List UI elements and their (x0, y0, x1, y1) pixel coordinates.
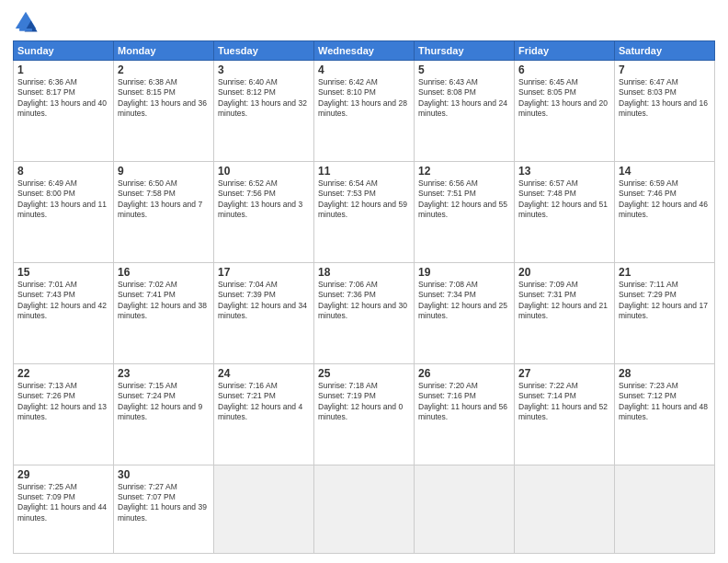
calendar-week-5: 29 Sunrise: 7:25 AMSunset: 7:09 PMDaylig… (14, 465, 715, 554)
header (13, 9, 715, 35)
day-info: Sunrise: 7:09 AMSunset: 7:31 PMDaylight:… (518, 280, 608, 320)
calendar-day-20: 20 Sunrise: 7:09 AMSunset: 7:31 PMDaylig… (515, 262, 615, 363)
day-info: Sunrise: 6:45 AMSunset: 8:05 PMDaylight:… (518, 77, 608, 118)
calendar-empty (214, 465, 314, 554)
calendar-day-26: 26 Sunrise: 7:20 AMSunset: 7:16 PMDaylig… (415, 363, 515, 465)
day-number: 8 (17, 165, 109, 178)
day-info: Sunrise: 6:49 AMSunset: 8:00 PMDaylight:… (17, 178, 107, 219)
calendar-day-19: 19 Sunrise: 7:08 AMSunset: 7:34 PMDaylig… (415, 262, 515, 363)
calendar-day-4: 4 Sunrise: 6:42 AMSunset: 8:10 PMDayligh… (314, 61, 415, 162)
day-info: Sunrise: 7:27 AMSunset: 7:07 PMDaylight:… (118, 482, 207, 523)
day-info: Sunrise: 6:50 AMSunset: 7:58 PMDaylight:… (118, 178, 202, 219)
day-info: Sunrise: 6:38 AMSunset: 8:15 PMDaylight:… (118, 77, 207, 118)
day-info: Sunrise: 6:54 AMSunset: 7:53 PMDaylight:… (318, 178, 407, 219)
calendar-day-27: 27 Sunrise: 7:22 AMSunset: 7:14 PMDaylig… (515, 363, 615, 465)
calendar-day-2: 2 Sunrise: 6:38 AMSunset: 8:15 PMDayligh… (114, 61, 214, 162)
day-number: 21 (619, 266, 711, 279)
day-number: 22 (17, 367, 109, 380)
calendar-header-monday: Monday (114, 41, 214, 61)
calendar-day-21: 21 Sunrise: 7:11 AMSunset: 7:29 PMDaylig… (615, 262, 715, 363)
calendar-day-17: 17 Sunrise: 7:04 AMSunset: 7:39 PMDaylig… (214, 262, 314, 363)
day-number: 12 (418, 165, 510, 178)
day-info: Sunrise: 6:52 AMSunset: 7:56 PMDaylight:… (218, 178, 302, 219)
calendar-day-16: 16 Sunrise: 7:02 AMSunset: 7:41 PMDaylig… (114, 262, 214, 363)
day-number: 1 (17, 63, 109, 76)
day-number: 14 (619, 165, 711, 178)
page: SundayMondayTuesdayWednesdayThursdayFrid… (0, 0, 728, 563)
day-info: Sunrise: 6:56 AMSunset: 7:51 PMDaylight:… (418, 178, 507, 219)
day-number: 29 (17, 468, 109, 481)
calendar-day-3: 3 Sunrise: 6:40 AMSunset: 8:12 PMDayligh… (214, 61, 314, 162)
calendar-day-15: 15 Sunrise: 7:01 AMSunset: 7:43 PMDaylig… (14, 262, 114, 363)
svg-rect-2 (19, 29, 32, 31)
day-number: 6 (518, 63, 610, 76)
calendar-week-1: 1 Sunrise: 6:36 AMSunset: 8:17 PMDayligh… (14, 61, 715, 162)
calendar-header-friday: Friday (515, 41, 615, 61)
calendar-header-tuesday: Tuesday (214, 41, 314, 61)
calendar-day-25: 25 Sunrise: 7:18 AMSunset: 7:19 PMDaylig… (314, 363, 415, 465)
day-number: 28 (619, 367, 711, 380)
day-info: Sunrise: 6:43 AMSunset: 8:08 PMDaylight:… (418, 77, 507, 118)
calendar-day-30: 30 Sunrise: 7:27 AMSunset: 7:07 PMDaylig… (114, 465, 214, 554)
calendar-day-8: 8 Sunrise: 6:49 AMSunset: 8:00 PMDayligh… (14, 161, 114, 262)
calendar-day-7: 7 Sunrise: 6:47 AMSunset: 8:03 PMDayligh… (615, 61, 715, 162)
day-number: 23 (118, 367, 210, 380)
day-info: Sunrise: 6:59 AMSunset: 7:46 PMDaylight:… (619, 178, 708, 219)
day-info: Sunrise: 6:42 AMSunset: 8:10 PMDaylight:… (318, 77, 407, 118)
calendar-empty (515, 465, 615, 554)
calendar-header-wednesday: Wednesday (314, 41, 415, 61)
day-info: Sunrise: 7:18 AMSunset: 7:19 PMDaylight:… (318, 381, 403, 421)
day-number: 4 (318, 63, 410, 76)
calendar-day-11: 11 Sunrise: 6:54 AMSunset: 7:53 PMDaylig… (314, 161, 415, 262)
calendar-week-3: 15 Sunrise: 7:01 AMSunset: 7:43 PMDaylig… (14, 262, 715, 363)
day-info: Sunrise: 7:25 AMSunset: 7:09 PMDaylight:… (17, 482, 107, 523)
calendar-day-29: 29 Sunrise: 7:25 AMSunset: 7:09 PMDaylig… (14, 465, 114, 554)
logo-icon (13, 9, 39, 35)
calendar-day-5: 5 Sunrise: 6:43 AMSunset: 8:08 PMDayligh… (415, 61, 515, 162)
day-number: 24 (218, 367, 310, 380)
day-number: 7 (619, 63, 711, 76)
calendar-header-sunday: Sunday (14, 41, 114, 61)
calendar-week-2: 8 Sunrise: 6:49 AMSunset: 8:00 PMDayligh… (14, 161, 715, 262)
day-number: 15 (17, 266, 109, 279)
day-info: Sunrise: 7:22 AMSunset: 7:14 PMDaylight:… (518, 381, 608, 421)
day-info: Sunrise: 7:04 AMSunset: 7:39 PMDaylight:… (218, 280, 307, 320)
day-number: 27 (518, 367, 610, 380)
day-number: 17 (218, 266, 310, 279)
calendar-day-24: 24 Sunrise: 7:16 AMSunset: 7:21 PMDaylig… (214, 363, 314, 465)
calendar-header-row: SundayMondayTuesdayWednesdayThursdayFrid… (14, 41, 715, 61)
calendar-day-22: 22 Sunrise: 7:13 AMSunset: 7:26 PMDaylig… (14, 363, 114, 465)
day-number: 5 (418, 63, 510, 76)
day-number: 19 (418, 266, 510, 279)
calendar-day-14: 14 Sunrise: 6:59 AMSunset: 7:46 PMDaylig… (615, 161, 715, 262)
day-number: 10 (218, 165, 310, 178)
calendar-day-18: 18 Sunrise: 7:06 AMSunset: 7:36 PMDaylig… (314, 262, 415, 363)
calendar-week-4: 22 Sunrise: 7:13 AMSunset: 7:26 PMDaylig… (14, 363, 715, 465)
day-info: Sunrise: 7:13 AMSunset: 7:26 PMDaylight:… (17, 381, 107, 421)
calendar-day-1: 1 Sunrise: 6:36 AMSunset: 8:17 PMDayligh… (14, 61, 114, 162)
day-info: Sunrise: 6:57 AMSunset: 7:48 PMDaylight:… (518, 178, 608, 219)
calendar-day-10: 10 Sunrise: 6:52 AMSunset: 7:56 PMDaylig… (214, 161, 314, 262)
day-info: Sunrise: 7:16 AMSunset: 7:21 PMDaylight:… (218, 381, 302, 421)
calendar-day-12: 12 Sunrise: 6:56 AMSunset: 7:51 PMDaylig… (415, 161, 515, 262)
day-number: 16 (118, 266, 210, 279)
day-info: Sunrise: 7:08 AMSunset: 7:34 PMDaylight:… (418, 280, 507, 320)
day-info: Sunrise: 7:20 AMSunset: 7:16 PMDaylight:… (418, 381, 507, 421)
calendar-table: SundayMondayTuesdayWednesdayThursdayFrid… (13, 40, 715, 554)
day-number: 26 (418, 367, 510, 380)
day-number: 3 (218, 63, 310, 76)
calendar-day-28: 28 Sunrise: 7:23 AMSunset: 7:12 PMDaylig… (615, 363, 715, 465)
day-info: Sunrise: 7:15 AMSunset: 7:24 PMDaylight:… (118, 381, 202, 421)
day-number: 2 (118, 63, 210, 76)
day-info: Sunrise: 7:06 AMSunset: 7:36 PMDaylight:… (318, 280, 407, 320)
day-info: Sunrise: 7:23 AMSunset: 7:12 PMDaylight:… (619, 381, 708, 421)
calendar-day-23: 23 Sunrise: 7:15 AMSunset: 7:24 PMDaylig… (114, 363, 214, 465)
day-number: 18 (318, 266, 410, 279)
day-info: Sunrise: 7:11 AMSunset: 7:29 PMDaylight:… (619, 280, 708, 320)
day-number: 9 (118, 165, 210, 178)
calendar-header-thursday: Thursday (415, 41, 515, 61)
day-number: 13 (518, 165, 610, 178)
day-info: Sunrise: 6:36 AMSunset: 8:17 PMDaylight:… (17, 77, 107, 118)
logo (13, 9, 40, 35)
calendar-day-9: 9 Sunrise: 6:50 AMSunset: 7:58 PMDayligh… (114, 161, 214, 262)
